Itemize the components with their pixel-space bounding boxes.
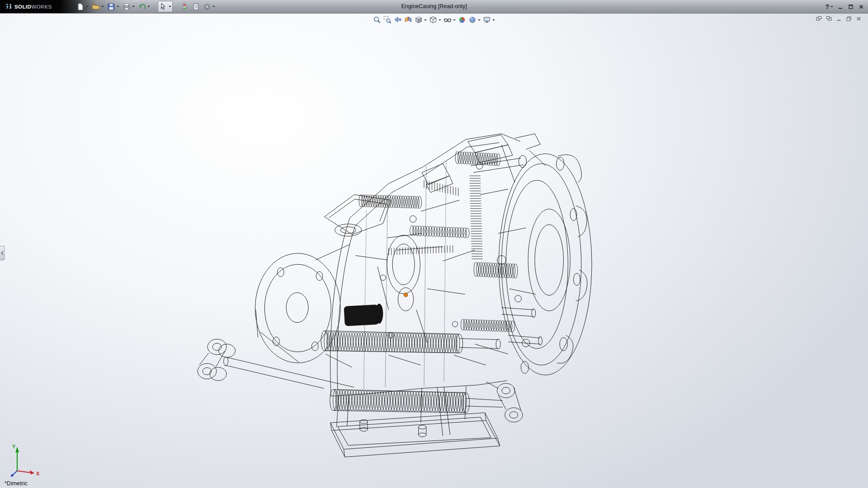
dropdown-arrow-icon[interactable] [830,6,833,7]
dropdown-arrow-icon[interactable] [478,19,481,21]
document-window-controls [816,16,862,22]
window-controls: ? [825,0,864,13]
help-button[interactable]: ? [825,4,833,10]
document-title: EngineCasing [Read-only] [401,0,467,13]
dropdown-arrow-icon[interactable] [439,19,441,21]
save-floppy-icon [107,3,115,11]
file-properties-icon [192,3,200,11]
dropdown-arrow-icon[interactable] [424,19,427,21]
select-cursor-icon [159,3,167,11]
edit-appearance-ball-icon [458,16,466,24]
dassault-3ds-logo-icon [4,3,13,11]
previous-view-icon [394,16,402,24]
hide-show-items-button[interactable] [443,15,456,24]
display-style-wireframe-icon [429,16,437,24]
close-icon [858,4,864,10]
doc-restore-button[interactable] [846,16,852,22]
edit-appearance-button[interactable] [458,15,467,24]
view-orientation-cube-icon [415,16,423,24]
previous-view-button[interactable] [393,15,402,24]
maximize-button[interactable] [848,4,854,10]
view-orientation-button[interactable] [414,15,427,24]
doc-restore-icon [846,16,852,22]
rebuild-button[interactable] [180,1,189,12]
previous-window-icon [816,16,822,22]
standard-toolbar [76,1,216,12]
minimize-button[interactable] [837,4,844,10]
select-button[interactable] [158,1,173,12]
options-gear-icon [203,3,211,11]
solidworks-window: SOLIDWORKS [0,0,868,488]
y-axis-arrow [15,447,19,452]
x-axis-label: X [36,471,40,476]
close-button[interactable] [858,4,864,10]
engine-wireframe-model [0,13,868,488]
hide-show-glasses-icon [443,16,452,24]
doc-close-button[interactable] [856,16,862,22]
dropdown-arrow-icon[interactable] [212,6,215,7]
undo-button[interactable] [137,1,151,12]
maximize-icon [848,4,854,10]
dropdown-arrow-icon[interactable] [492,19,495,21]
zoom-to-fit-button[interactable] [373,15,382,24]
dense-detail [324,151,518,412]
title-bar: SOLIDWORKS [0,0,868,14]
apply-scene-button[interactable] [468,15,481,24]
view-settings-icon [483,16,491,24]
app-name-bold: SOLID [14,4,31,9]
previous-window-button[interactable] [816,16,822,22]
dropdown-arrow-icon[interactable] [147,6,150,7]
y-axis-label: Y [12,444,16,449]
doc-close-icon [856,16,862,22]
rebuild-stoplight-icon [180,3,189,11]
dropdown-arrow-icon[interactable] [117,6,119,7]
next-window-icon [826,16,832,22]
minimize-icon [837,4,844,10]
dropdown-arrow-icon[interactable] [169,6,171,7]
graphics-area[interactable]: Y X *Dimetric [0,13,868,488]
z-axis [13,471,17,475]
x-axis-arrow [30,470,34,475]
doc-minimize-icon [836,16,842,22]
new-button[interactable] [76,1,89,12]
undo-arrow-icon [138,3,146,11]
apply-scene-icon [468,16,476,24]
print-icon [123,3,131,11]
heads-up-view-toolbar [373,15,495,24]
chevron-left-icon [1,251,4,255]
save-button[interactable] [107,1,120,12]
dropdown-arrow-icon[interactable] [86,6,89,7]
app-name: SOLIDWORKS [14,4,52,9]
file-properties-button[interactable] [191,1,200,12]
solidworks-logo: SOLIDWORKS [4,0,52,13]
reference-triad: Y X [5,441,45,480]
section-view-button[interactable] [404,15,413,24]
next-window-button[interactable] [826,16,832,22]
open-folder-icon [92,3,100,11]
zoom-to-fit-icon [373,16,381,24]
view-orientation-label: *Dimetric [5,480,28,487]
dropdown-arrow-icon[interactable] [101,6,104,7]
origin-marker [404,293,408,297]
view-settings-button[interactable] [482,15,495,24]
dropdown-arrow-icon[interactable] [453,19,456,21]
print-button[interactable] [122,1,135,12]
zoom-to-area-button[interactable] [383,15,392,24]
doc-minimize-button[interactable] [836,16,842,22]
new-document-icon [76,3,85,11]
options-button[interactable] [203,1,216,12]
display-style-button[interactable] [429,15,442,24]
section-view-icon [404,16,412,24]
featuremanager-flyout-tab[interactable] [0,246,5,260]
app-name-light: WORKS [31,4,52,9]
zoom-to-area-icon [383,16,392,24]
dropdown-arrow-icon[interactable] [132,6,135,7]
open-button[interactable] [91,1,104,12]
